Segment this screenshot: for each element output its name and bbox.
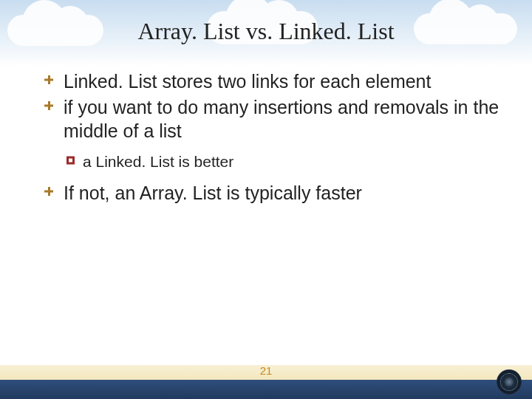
bullet-item: if you want to do many insertions and re… [44, 96, 502, 143]
bullet-item: Linked. List stores two links for each e… [44, 70, 502, 93]
sub-bullet-list: a Linked. List is better [30, 151, 502, 171]
bullet-list: Linked. List stores two links for each e… [30, 70, 502, 143]
bullet-list: If not, an Array. List is typically fast… [30, 182, 502, 205]
sub-bullet-item: a Linked. List is better [66, 151, 502, 171]
slide-content: Array. List vs. Linked. List Linked. Lis… [0, 0, 532, 399]
bullet-item: If not, an Array. List is typically fast… [44, 182, 502, 205]
slide-title: Array. List vs. Linked. List [30, 18, 502, 45]
seal-icon [497, 369, 522, 395]
page-number: 21 [260, 364, 273, 377]
